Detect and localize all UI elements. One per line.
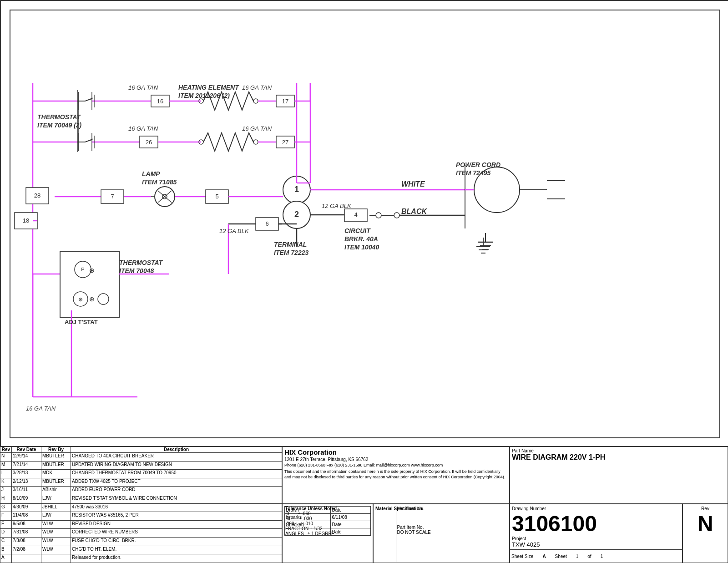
company-name: HIX Corporation — [284, 448, 507, 456]
tolerance-block: Tolerance Unless Noted .0 ± .060 .00 ± .… — [282, 504, 510, 563]
svg-text:5: 5 — [215, 193, 218, 200]
svg-text:16 GA TAN: 16 GA TAN — [242, 84, 272, 91]
svg-text:HEATING ELEMENT: HEATING ELEMENT — [178, 84, 239, 91]
svg-text:ITEM 72495: ITEM 72495 — [456, 169, 490, 177]
sheet-size: A — [542, 554, 546, 559]
svg-text:ITEM 72223: ITEM 72223 — [274, 249, 308, 256]
svg-text:CIRCUIT: CIRCUIT — [344, 227, 371, 234]
svg-text:WHITE: WHITE — [401, 180, 425, 188]
svg-text:BLACK: BLACK — [401, 208, 427, 215]
svg-text:⊕: ⊕ — [89, 267, 95, 274]
revision-row: H 8/10/09 LJW REVISED T'STAT SYMBOL & WI… — [0, 495, 282, 504]
rev-number-block: Rev N — [682, 504, 728, 563]
revision-row: G 4/30/09 JBHILL 47500 was 33016 — [0, 503, 282, 512]
revision-row: N 12/9/14 MBUTLER CHANGED TO 40A CIRCUIT… — [0, 453, 282, 462]
svg-text:ITEM 70049 (2): ITEM 70049 (2) — [37, 122, 82, 129]
title-block: Rev Rev Date Rev By Description N 12/9/1… — [0, 446, 728, 563]
svg-text:27: 27 — [282, 139, 288, 146]
svg-text:THERMOSTAT: THERMOSTAT — [37, 113, 81, 121]
company-note: This document and the information contai… — [284, 469, 507, 480]
project-name: TXW 4025 — [512, 541, 680, 548]
svg-rect-0 — [1, 1, 728, 447]
revision-row: E 9/5/08 WLW REVISED DESIGN — [0, 520, 282, 529]
revision-row: F 11/4/08 LJW RESISTOR WAS #35165, 2 PER — [0, 512, 282, 521]
svg-text:7: 7 — [111, 193, 114, 200]
revision-row: L 3/28/13 MDK CHANGED THERMOSTAT FROM 70… — [0, 470, 282, 478]
svg-text:POWER CORD: POWER CORD — [456, 161, 500, 168]
svg-text:16: 16 — [157, 98, 163, 105]
part-name-block: Part Name WIRE DIAGRAM 220V 1-PH — [510, 446, 728, 504]
revision-row: A Released for production. — [0, 554, 282, 563]
revision-row: J 3/16/11 ABishir ADDED EURO POWER CORD — [0, 487, 282, 495]
sheet-num: 1 — [576, 554, 579, 559]
svg-text:LAMP: LAMP — [142, 170, 160, 178]
svg-text:ITEM 10040: ITEM 10040 — [344, 243, 379, 251]
company-block: HIX Corporation 1201 E 27th Terrace, Pit… — [282, 446, 510, 504]
svg-text:16 GA TAN: 16 GA TAN — [128, 125, 158, 132]
svg-text:4: 4 — [354, 211, 357, 218]
revision-row: B 7/2/08 WLW CHG'D TO HT. ELEM. — [0, 546, 282, 554]
revision-row: M 7/21/14 MBUTLER UPDATED WIRING DIAGRAM… — [0, 461, 282, 470]
svg-text:ITEM 2011206 (2): ITEM 2011206 (2) — [178, 92, 230, 99]
svg-text:1: 1 — [294, 185, 299, 194]
svg-text:ITEM 70048: ITEM 70048 — [119, 267, 154, 274]
svg-text:ADJ T'STAT: ADJ T'STAT — [65, 319, 98, 325]
svg-text:16 GA TAN: 16 GA TAN — [242, 125, 272, 132]
company-address: 1201 E 27th Terrace, Pittsburg, KS 66762 — [284, 457, 507, 462]
revision-row: D 7/31/08 WLW CORRECTED WIRE NUMBERS — [0, 529, 282, 538]
svg-text:TERMINAL: TERMINAL — [274, 241, 307, 248]
svg-text:28: 28 — [34, 192, 40, 199]
revision-table: Rev Rev Date Rev By Description N 12/9/1… — [0, 446, 282, 563]
part-name: WIRE DIAGRAM 220V 1-PH — [512, 453, 726, 462]
svg-text:BRKR. 40A: BRKR. 40A — [344, 235, 378, 243]
scale-label: DO NOT SCALE — [397, 530, 507, 535]
svg-text:16 GA TAN: 16 GA TAN — [26, 405, 56, 412]
sheet-size-row: Sheet Size A Sheet 1 of 1 — [510, 549, 682, 563]
sheet-of: 1 — [601, 554, 603, 559]
svg-text:17: 17 — [282, 98, 288, 105]
svg-text:P: P — [81, 267, 84, 272]
svg-rect-76 — [60, 251, 119, 317]
company-phone: Phone (620) 231-8568 Fax (620) 231-1598 … — [284, 463, 507, 467]
revision-row: K 2/12/13 MBUTLER ADDED TXW 4025 TO PROJ… — [0, 478, 282, 487]
svg-text:⊕: ⊕ — [89, 295, 95, 303]
svg-text:18: 18 — [23, 217, 29, 224]
svg-text:12 GA BLK: 12 GA BLK — [219, 228, 249, 234]
svg-text:THERMOSTAT: THERMOSTAT — [119, 259, 163, 266]
svg-text:26: 26 — [146, 139, 152, 146]
drawing-number: 3106100 — [512, 511, 680, 536]
rev-number: N — [685, 511, 726, 536]
revision-row: C 7/3/08 WLW FUSE CHG'D TO CIRC. BRKR. — [0, 538, 282, 546]
svg-text:12 GA BLK: 12 GA BLK — [322, 203, 352, 209]
svg-text:2: 2 — [294, 210, 299, 219]
svg-text:⊕: ⊕ — [78, 296, 83, 303]
svg-text:16 GA TAN: 16 GA TAN — [128, 84, 158, 91]
svg-text:ITEM 71085: ITEM 71085 — [142, 178, 177, 186]
svg-text:6: 6 — [265, 220, 268, 227]
drawing-area: 1 2 — [0, 0, 728, 446]
